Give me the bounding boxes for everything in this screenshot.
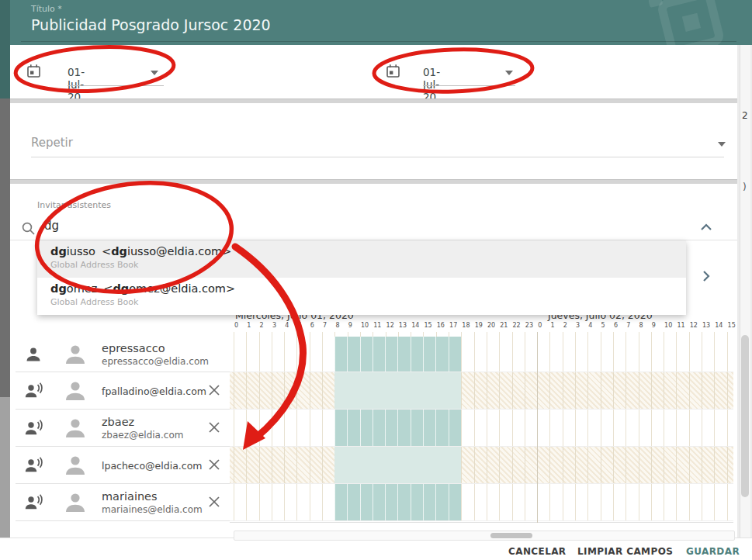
- grid-row-epressacco[interactable]: [230, 337, 733, 372]
- dialog-footer: CANCELAR LIMPIAR CAMPOS GUARDAR: [0, 538, 752, 560]
- calendar-icon: [386, 64, 400, 78]
- free-busy-selection[interactable]: [334, 337, 461, 372]
- hour-label: 8: [639, 322, 651, 331]
- hour-label: 18: [461, 322, 473, 331]
- hour-label: 20: [487, 322, 499, 331]
- hour-label: 1: [549, 322, 562, 331]
- suggestion-source: Global Address Book: [50, 260, 686, 270]
- free-busy-selection[interactable]: [334, 447, 461, 483]
- hour-label: 7: [626, 322, 638, 331]
- hour-label: 12: [689, 322, 702, 331]
- attendee-row: zbaez zbaez@eldia.com: [10, 410, 230, 447]
- close-icon: [207, 420, 221, 434]
- grid-horizontal-scrollbar-thumb[interactable]: [490, 533, 532, 538]
- chevron-down-icon[interactable]: [151, 71, 158, 75]
- hour-label: 8: [334, 322, 347, 331]
- clear-fields-button[interactable]: LIMPIAR CAMPOS: [577, 546, 673, 557]
- start-date-value[interactable]: 01-Jul-20: [68, 66, 85, 103]
- dialog-header: Título * Publicidad Posgrado Jursoc 2020: [10, 0, 752, 45]
- chevron-down-icon[interactable]: [505, 71, 513, 75]
- suggestion-name: dgomez<dgomez@eldia.com>: [50, 282, 686, 295]
- chevron-right-icon[interactable]: [701, 269, 712, 283]
- attendee-email: mariaines@eldia.com: [102, 504, 203, 515]
- search-icon: [21, 221, 36, 236]
- background-edge: [0, 397, 10, 539]
- close-icon: [207, 383, 221, 397]
- attendee-row: epressacco epressacco@eldia.com: [10, 337, 230, 372]
- hour-label: 17: [449, 322, 461, 331]
- attendee-email: epressacco@eldia.com: [102, 356, 209, 367]
- field-underline: [423, 85, 515, 86]
- free-busy-selection[interactable]: [334, 410, 461, 446]
- repeat-section: Repetir: [10, 103, 737, 179]
- attendee-roster: epressacco epressacco@eldia.com fpalladi…: [10, 332, 230, 521]
- hour-label: 9: [348, 322, 360, 331]
- hour-label: 9: [651, 322, 664, 331]
- chevron-down-icon[interactable]: [718, 142, 726, 147]
- organizer-icon: [24, 345, 43, 364]
- suggestion-item[interactable]: dgomez<dgomez@eldia.com> Global Address …: [37, 278, 686, 315]
- hour-label: 4: [587, 322, 600, 331]
- hour-label: 19: [474, 322, 487, 331]
- grid-row-mariaines[interactable]: [230, 484, 733, 521]
- hour-label: 23: [525, 322, 537, 331]
- hour-label: 11: [676, 322, 688, 331]
- hour-label: 3: [272, 322, 284, 331]
- grid-row-fpalladino[interactable]: [230, 372, 733, 410]
- title-field-label: Título *: [31, 4, 62, 14]
- hour-label: 21: [499, 322, 511, 331]
- grid-row-lpacheco[interactable]: [230, 447, 733, 484]
- hour-label: 5: [601, 322, 613, 331]
- title-input[interactable]: Publicidad Posgrado Jursoc 2020: [31, 16, 271, 33]
- hour-label: 0: [234, 322, 246, 331]
- hour-label: 13: [398, 322, 411, 331]
- hour-label: 22: [512, 322, 525, 331]
- hour-labels: 0123456789101112131415161718192021222301…: [234, 322, 743, 331]
- remove-attendee-button[interactable]: [206, 420, 222, 436]
- cancel-button[interactable]: CANCELAR: [508, 546, 567, 557]
- grid-row-zbaez[interactable]: [230, 410, 733, 447]
- free-busy-selection[interactable]: [334, 372, 461, 409]
- hour-label: 10: [664, 322, 676, 331]
- avatar: [63, 453, 88, 478]
- date-row: 01-Jul-20 01-Jul-20: [10, 45, 737, 99]
- attendee-voice-icon: [24, 382, 43, 400]
- free-busy-selection[interactable]: [334, 484, 461, 520]
- attendee-email: zbaez@eldia.com: [102, 430, 183, 441]
- hour-label: 6: [310, 322, 322, 331]
- suggestion-item[interactable]: dgiusso<dgiusso@eldia.com> Global Addres…: [37, 240, 686, 278]
- attendee-email: lpacheco@eldia.com: [102, 460, 202, 472]
- attendee-name: epressacco: [102, 342, 209, 354]
- attendee-voice-icon: [24, 419, 43, 437]
- grid-horizontal-scrollbar-track[interactable]: [234, 531, 735, 541]
- hour-label: 1: [246, 322, 258, 331]
- remove-attendee-button[interactable]: [206, 458, 222, 473]
- title-underline: [21, 41, 736, 42]
- attendee-email: fpalladino@eldia.com: [102, 385, 206, 397]
- end-date-value[interactable]: 01-Jul-20: [423, 66, 441, 103]
- background-edge: [0, 0, 10, 99]
- background-edge: [0, 99, 10, 397]
- page-vertical-scrollbar-thumb[interactable]: [741, 335, 749, 497]
- attendee-row: fpalladino@eldia.com: [10, 372, 230, 410]
- attendee-voice-icon: [24, 493, 43, 512]
- autocomplete-panel: dgiusso<dgiusso@eldia.com> Global Addres…: [37, 240, 686, 315]
- invite-attendees-input[interactable]: dg: [44, 219, 137, 233]
- clipped-background-text: ): [743, 181, 747, 192]
- remove-attendee-button[interactable]: [206, 383, 222, 399]
- freebusy-grid: [230, 332, 733, 523]
- field-underline: [68, 85, 164, 86]
- hour-label: 12: [386, 322, 398, 331]
- chevron-up-icon[interactable]: [699, 222, 713, 233]
- hour-label: 14: [411, 322, 423, 331]
- hour-label: 15: [727, 322, 740, 331]
- avatar: [63, 379, 88, 403]
- hour-label: 7: [322, 322, 334, 331]
- hour-label: 2: [563, 322, 575, 331]
- suggestion-name: dgiusso<dgiusso@eldia.com>: [50, 245, 686, 258]
- remove-attendee-button[interactable]: [206, 495, 222, 510]
- save-button[interactable]: GUARDAR: [686, 546, 740, 557]
- repeat-select[interactable]: Repetir: [31, 136, 73, 150]
- field-underline: [31, 157, 724, 157]
- avatar: [63, 490, 88, 515]
